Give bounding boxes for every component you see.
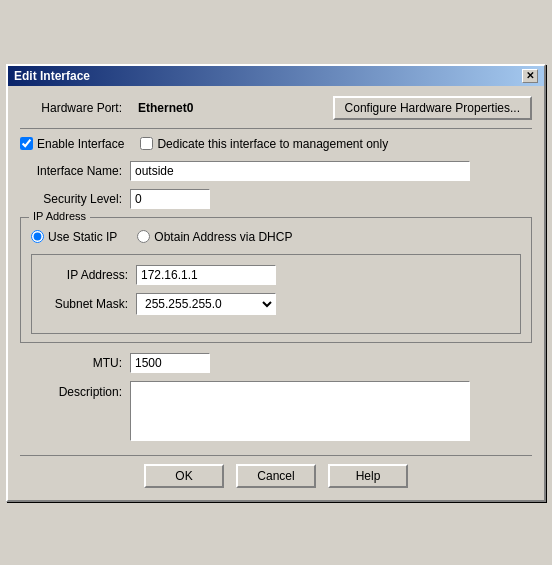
title-bar-buttons: ✕ [522,69,538,83]
close-button[interactable]: ✕ [522,69,538,83]
ip-address-legend: IP Address [29,210,90,222]
subnet-mask-wrapper: 255.255.255.0 255.255.0.0 255.0.0.0 255.… [136,293,276,315]
dialog-body: Hardware Port: Ethernet0 Configure Hardw… [8,86,544,500]
checkbox-row: Enable Interface Dedicate this interface… [20,137,532,151]
ip-address-field-label: IP Address: [46,268,136,282]
edit-interface-dialog: Edit Interface ✕ Hardware Port: Ethernet… [6,64,546,502]
hardware-port-row: Hardware Port: Ethernet0 Configure Hardw… [20,96,532,129]
obtain-dhcp-label[interactable]: Obtain Address via DHCP [137,230,292,244]
obtain-dhcp-text: Obtain Address via DHCP [154,230,292,244]
enable-interface-checkbox-label[interactable]: Enable Interface [20,137,124,151]
ok-button[interactable]: OK [144,464,224,488]
obtain-dhcp-radio[interactable] [137,230,150,243]
mtu-row: MTU: [20,353,532,373]
ip-inner-box: IP Address: Subnet Mask: 255.255.255.0 2… [31,254,521,334]
enable-interface-checkbox[interactable] [20,137,33,150]
ip-address-input[interactable] [136,265,276,285]
mtu-label: MTU: [20,356,130,370]
dedicate-management-checkbox[interactable] [140,137,153,150]
ip-address-section: IP Address Use Static IP Obtain Address … [20,217,532,343]
security-level-input[interactable] [130,189,210,209]
title-bar: Edit Interface ✕ [8,66,544,86]
description-row: Description: [20,381,532,441]
security-level-label: Security Level: [20,192,130,206]
description-textarea[interactable] [130,381,470,441]
interface-name-row: Interface Name: [20,161,532,181]
use-static-ip-label[interactable]: Use Static IP [31,230,117,244]
security-level-row: Security Level: [20,189,532,209]
interface-name-input[interactable] [130,161,470,181]
hardware-port-left: Hardware Port: Ethernet0 [20,101,193,115]
hardware-port-label: Hardware Port: [20,101,130,115]
enable-interface-label: Enable Interface [37,137,124,151]
dedicate-management-checkbox-label[interactable]: Dedicate this interface to management on… [140,137,388,151]
description-label: Description: [20,385,130,399]
use-static-ip-radio[interactable] [31,230,44,243]
mtu-input[interactable] [130,353,210,373]
use-static-ip-text: Use Static IP [48,230,117,244]
subnet-mask-select[interactable]: 255.255.255.0 255.255.0.0 255.0.0.0 255.… [136,293,276,315]
dedicate-management-label: Dedicate this interface to management on… [157,137,388,151]
configure-hardware-button[interactable]: Configure Hardware Properties... [333,96,532,120]
subnet-mask-label: Subnet Mask: [46,297,136,311]
hardware-port-value: Ethernet0 [138,101,193,115]
help-button[interactable]: Help [328,464,408,488]
ip-address-input-row: IP Address: [46,265,506,285]
subnet-mask-row: Subnet Mask: 255.255.255.0 255.255.0.0 2… [46,293,506,315]
ip-type-radio-row: Use Static IP Obtain Address via DHCP [31,230,521,244]
cancel-button[interactable]: Cancel [236,464,316,488]
interface-name-label: Interface Name: [20,164,130,178]
dialog-title: Edit Interface [14,69,90,83]
button-row: OK Cancel Help [20,455,532,488]
